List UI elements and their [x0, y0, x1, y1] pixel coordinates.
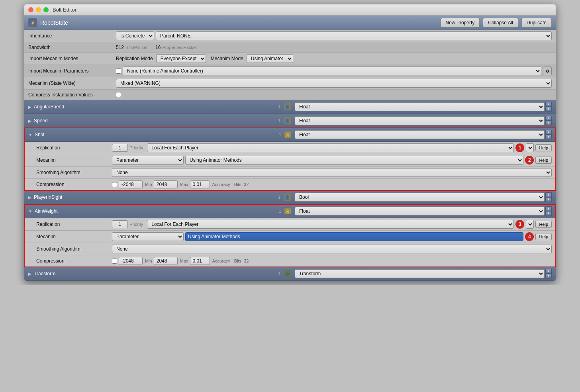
player-insight-num: 1 [278, 195, 280, 200]
aim-weight-chevron[interactable]: ▼ [28, 209, 32, 214]
shot-compression-checkbox[interactable] [112, 182, 117, 187]
shot-mecanim-dropdown2[interactable]: Using Animator Methods [185, 156, 523, 165]
new-property-button[interactable]: New Property [441, 18, 480, 27]
transform-icon: ➕ [284, 270, 291, 277]
speed-up[interactable]: ▲ [545, 116, 552, 121]
bandwidth-props-unit: Properties/Packet [162, 45, 197, 50]
shot-mecanim-controls: Parameter Using Animator Methods 2 Help [112, 156, 552, 165]
aim-weight-down[interactable]: ▼ [545, 211, 552, 216]
shot-smoothing-dropdown[interactable]: None [112, 168, 552, 177]
compress-checkbox[interactable] [116, 92, 121, 97]
aim-weight-priority-input[interactable] [112, 220, 128, 228]
aim-weight-replication-dropdown[interactable]: Local For Each Player [147, 220, 514, 229]
angular-speed-updown: ▲ ▼ [545, 102, 552, 112]
shot-down[interactable]: ▼ [545, 135, 552, 139]
shot-replication-row: Replication Priority Local For Each Play… [24, 142, 556, 154]
shot-priority-label: Priority [129, 145, 143, 150]
aim-weight-compression-checkbox[interactable] [112, 259, 117, 264]
transform-chevron[interactable]: ▶ [28, 272, 31, 276]
player-insight-down[interactable]: ▼ [545, 197, 552, 202]
speed-down[interactable]: ▼ [545, 121, 552, 125]
aim-weight-name: AimWeight [35, 208, 279, 214]
close-button[interactable] [28, 7, 33, 12]
shot-type[interactable]: Float [295, 130, 545, 139]
mecanim-mode-dropdown[interactable]: Using Animator [247, 54, 293, 63]
player-insight-chevron[interactable]: ▶ [28, 195, 31, 200]
aim-weight-replication-help[interactable]: Help [535, 221, 552, 228]
shot-compression-max-val[interactable] [154, 180, 178, 188]
speed-icon: 👤 [284, 117, 291, 124]
speed-type[interactable]: Float [295, 116, 545, 125]
transform-updown: ▲ ▼ [545, 269, 552, 278]
mecanim-params-settings-button[interactable]: ⚙ [543, 67, 552, 75]
shot-mecanim-row: Mecanim Parameter Using Animator Methods… [24, 154, 556, 167]
shot-replication-label: Replication [36, 145, 112, 151]
shot-mecanim-dropdown1[interactable]: Parameter [112, 156, 184, 165]
aim-weight-mecanim-help[interactable]: Help [535, 233, 552, 240]
aim-weight-compression-max-val[interactable] [154, 257, 178, 265]
aim-weight-priority-label: Priority [129, 222, 143, 227]
mecanim-state-dropdown[interactable]: Mixed (WARNING) [116, 79, 552, 88]
header-bar: ⚡ RobotState New Property Collapse All D… [24, 16, 556, 30]
angular-speed-down[interactable]: ▼ [545, 107, 552, 112]
mecanim-params-checkbox[interactable] [116, 69, 121, 74]
transform-down[interactable]: ▼ [545, 274, 552, 278]
aim-weight-mecanim-dropdown1[interactable]: Parameter [112, 232, 184, 241]
mecanim-state-row: Mecanim (State Wide) Mixed (WARNING) [24, 77, 556, 90]
inheritance-dropdown2[interactable]: Parent: NONE [156, 31, 552, 40]
minimize-button[interactable] [36, 7, 41, 12]
replication-mode-label: Replication Mode [116, 56, 153, 61]
aim-weight-replication-extra[interactable] [526, 220, 534, 229]
inheritance-dropdown1[interactable]: Is Concrete [116, 31, 154, 40]
shot-mecanim-help[interactable]: Help [535, 157, 552, 164]
shot-max-label: Max [180, 182, 188, 187]
mecanim-params-dropdown[interactable]: None (Runtime Animator Controller) [123, 67, 541, 75]
aim-weight-compression-min-val[interactable] [119, 257, 143, 265]
shot-bits-label: Bits: 32 [234, 182, 249, 187]
angular-speed-name: AngularSpeed [34, 104, 278, 110]
collapse-all-button[interactable]: Collapse All [483, 18, 518, 27]
aim-weight-smoothing-dropdown[interactable]: None [112, 245, 552, 253]
angular-speed-up[interactable]: ▲ [545, 102, 552, 107]
aim-weight-type[interactable]: Float [295, 207, 545, 216]
maximize-button[interactable] [43, 7, 49, 12]
shot-up[interactable]: ▲ [545, 130, 552, 135]
angular-speed-type[interactable]: Float [295, 102, 545, 111]
transform-up[interactable]: ▲ [545, 269, 552, 274]
aim-weight-mecanim-label: Mecanim [36, 234, 112, 239]
import-mecanim-params-row: Import Mecanim Parameters None (Runtime … [24, 65, 556, 77]
aim-weight-compression-row: Compression Min Max Accuracy Bits: 32 [24, 255, 556, 267]
shot-replication-extra[interactable] [526, 143, 534, 152]
player-insight-up[interactable]: ▲ [545, 192, 552, 197]
shot-chevron[interactable]: ▼ [28, 133, 32, 137]
speed-num: 1 [278, 118, 280, 123]
player-insight-icon: 👤 [284, 194, 291, 201]
shot-updown: ▲ ▼ [545, 130, 552, 139]
aim-weight-lock-icon: 🔒 [284, 208, 291, 214]
shot-min-label: Min [145, 182, 152, 187]
aim-weight-compression-acc-val[interactable] [190, 257, 210, 265]
replication-mode-dropdown[interactable]: Everyone Except [156, 54, 206, 63]
aim-weight-mecanim-badge: 4 [525, 232, 534, 241]
angular-speed-chevron[interactable]: ▶ [28, 105, 31, 109]
shot-replication-dropdown[interactable]: Local For Each Player [147, 143, 514, 152]
state-icon: ⚡ [28, 18, 37, 27]
shot-compression-row: Compression Min Max Accuracy Bits: 32 [24, 179, 556, 190]
transform-type[interactable]: Transform [295, 269, 545, 278]
compress-row: Compress Instantiation Values [24, 90, 556, 100]
shot-compression-acc-val[interactable] [190, 180, 210, 188]
duplicate-button[interactable]: Duplicate [521, 18, 552, 27]
aim-weight-up[interactable]: ▲ [545, 206, 552, 211]
speed-chevron[interactable]: ▶ [28, 119, 31, 123]
player-insight-type[interactable]: Bool [295, 193, 545, 202]
aim-weight-replication-badge: 3 [515, 220, 524, 229]
shot-compression-min-val[interactable] [119, 180, 143, 188]
shot-priority-input[interactable] [112, 144, 128, 152]
transform-section-header: ▶ Transform 1 ➕ Transform ▲ ▼ [24, 267, 556, 281]
angular-speed-num: 1 [278, 104, 280, 109]
shot-replication-help[interactable]: Help [535, 144, 552, 151]
shot-compression-label: Compression [36, 182, 112, 187]
speed-section-header: ▶ Speed 1 👤 Float ▲ ▼ [24, 114, 556, 128]
aim-weight-compression-controls: Min Max Accuracy Bits: 32 [112, 257, 552, 265]
aim-weight-min-label: Min [145, 259, 152, 263]
